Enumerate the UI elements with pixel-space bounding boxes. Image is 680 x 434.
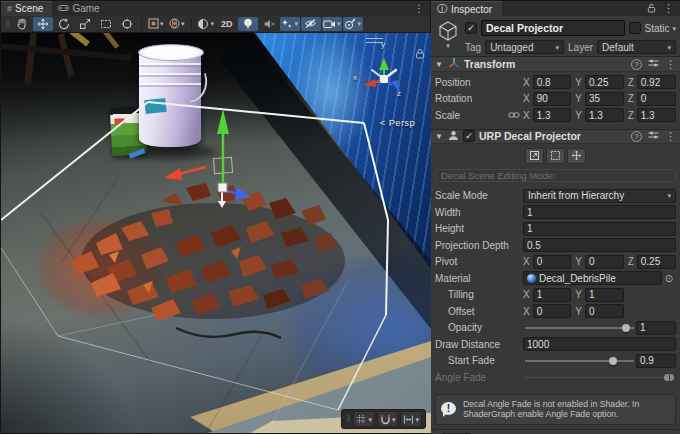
offset-y-field[interactable]: 0: [585, 304, 624, 318]
snap-toolbar: ‖ ▾ ▾ ▾: [341, 409, 426, 429]
orientation-gizmo[interactable]: y x z: [355, 43, 413, 115]
tab-inspector[interactable]: ⓘ Inspector: [431, 1, 502, 16]
link-scale-icon[interactable]: [508, 111, 520, 119]
offset-x-field[interactable]: 0: [533, 304, 572, 318]
gameobject-name-field[interactable]: Decal Projector: [481, 20, 625, 36]
angle-fade-row: Angle Fade: [435, 370, 676, 384]
opacity-value-field[interactable]: 1: [636, 321, 676, 335]
lighting-toggle-button[interactable]: [238, 17, 258, 31]
rotation-x-field[interactable]: 90: [533, 92, 572, 106]
pivot-y-field[interactable]: 0: [585, 255, 624, 269]
foldout-icon[interactable]: ▼: [435, 60, 444, 69]
component-menu-icon[interactable]: ⋮: [665, 58, 676, 71]
global-orientation-button[interactable]: ▾: [167, 17, 187, 31]
scene-visibility-button[interactable]: [301, 17, 321, 31]
pivot-row: Pivot X0 Y0 Z0.25: [435, 255, 676, 269]
move-snap-button[interactable]: ▾: [377, 411, 399, 427]
layer-dropdown[interactable]: Default ▾: [597, 40, 676, 54]
warning-icon: !: [441, 402, 458, 417]
transform-header[interactable]: ▼ Transform ? ⋮: [431, 56, 680, 72]
width-field[interactable]: 1: [523, 205, 676, 219]
projection-mode-label[interactable]: < Persp: [380, 117, 415, 128]
scene-viewport[interactable]: y x z < Persp ‖ ▾ ▾: [1, 33, 431, 433]
angle-fade-slider: [523, 370, 676, 384]
transform-body: Position X0.8 Y0.25 Z0.92 Rotation X90 Y…: [431, 72, 680, 129]
tilling-y-field[interactable]: 1: [585, 288, 624, 302]
height-row: Height 1: [435, 222, 676, 236]
gameobject-cube-icon[interactable]: ▾: [435, 20, 461, 49]
decal-projector-header[interactable]: ▼ ✓ URP Decal Projector ? ⋮: [431, 129, 680, 144]
static-label: Static: [644, 23, 669, 34]
increment-snap-button[interactable]: ▾: [400, 411, 422, 427]
decal-edit-mode-buttons: [431, 144, 680, 167]
scale-z-field[interactable]: 1.3: [637, 108, 676, 122]
presets-icon[interactable]: [648, 130, 659, 142]
inspector-panel: ⓘ Inspector ⋮ ▾ ✓ Decal Projector: [431, 1, 680, 433]
start-fade-slider[interactable]: [523, 354, 636, 368]
start-fade-value-field[interactable]: 0.9: [636, 354, 676, 368]
height-field[interactable]: 1: [523, 222, 676, 236]
transform-tool-button[interactable]: [117, 17, 137, 31]
projection-depth-field[interactable]: 0.5: [523, 238, 676, 252]
position-row: Position X0.8 Y0.25 Z0.92: [435, 75, 676, 89]
static-dropdown-icon[interactable]: ▾: [672, 25, 676, 32]
rect-tool-button[interactable]: [96, 17, 116, 31]
scale-edit-mode-button[interactable]: [525, 148, 544, 164]
opacity-slider[interactable]: [523, 321, 636, 335]
position-y-field[interactable]: 0.25: [585, 75, 624, 89]
camera-settings-button[interactable]: ▾: [322, 17, 342, 31]
foldout-icon[interactable]: ▼: [435, 132, 444, 141]
inspector-tabbar: ⓘ Inspector ⋮: [431, 1, 680, 16]
scale-x-field[interactable]: 1.3: [533, 108, 572, 122]
material-object-field[interactable]: Decal_DebrisPile: [523, 271, 662, 285]
crop-edit-mode-button[interactable]: [546, 148, 565, 164]
rotate-tool-button[interactable]: [54, 17, 74, 31]
dropdown-icon: ▾: [181, 20, 185, 27]
pivot-mode-button[interactable]: ▾: [146, 17, 166, 31]
material-row: Material Decal_DebrisPile ⊙: [435, 271, 676, 285]
dropdown-icon: ▾: [357, 20, 361, 27]
scene-tabbar: # Scene Game ⋮: [1, 1, 430, 16]
scene-panel-menu-icon[interactable]: ⋮: [408, 1, 430, 16]
dropdown-icon: ▾: [337, 20, 341, 27]
hand-tool-button[interactable]: [12, 17, 32, 31]
help-icon[interactable]: ?: [631, 131, 642, 142]
gizmos-toggle-button[interactable]: ▾: [343, 17, 363, 31]
grid-snap-button[interactable]: ▾: [353, 411, 375, 427]
tilling-x-field[interactable]: 1: [533, 288, 572, 302]
unity-editor-window: # Scene Game ⋮ ‖: [0, 0, 680, 434]
offset-row: Offset X0 Y0: [435, 304, 676, 318]
component-menu-icon[interactable]: ⋮: [665, 130, 676, 143]
help-icon[interactable]: ?: [631, 59, 642, 70]
tab-scene[interactable]: # Scene: [1, 1, 52, 16]
rotation-y-field[interactable]: 35: [585, 92, 624, 106]
object-picker-icon[interactable]: ⊙: [662, 273, 676, 284]
active-checkbox[interactable]: ✓: [465, 22, 477, 34]
pivot-x-field[interactable]: 0: [533, 255, 572, 269]
dropdown-icon: ▾: [210, 20, 214, 27]
scale-tool-button[interactable]: [75, 17, 95, 31]
2d-toggle-button[interactable]: 2D: [217, 17, 237, 31]
draw-distance-field[interactable]: 1000: [523, 337, 676, 351]
pivot-edit-mode-button[interactable]: [567, 148, 586, 164]
lock-icon[interactable]: [415, 45, 425, 63]
position-z-field[interactable]: 0.92: [637, 75, 676, 89]
scale-row: Scale X1.3 Y1.3 Z1.3: [435, 108, 676, 122]
static-checkbox[interactable]: [629, 22, 641, 34]
scale-mode-dropdown[interactable]: Inherit from Hierarchy ▾: [523, 189, 676, 203]
inspector-menu-icon[interactable]: ⋮: [663, 2, 674, 15]
pivot-z-field[interactable]: 0.25: [637, 255, 676, 269]
audio-toggle-button[interactable]: [259, 17, 279, 31]
lock-icon[interactable]: [647, 3, 656, 15]
tag-dropdown[interactable]: Untagged ▾: [485, 40, 564, 54]
component-enabled-checkbox[interactable]: ✓: [463, 130, 475, 142]
move-tool-button[interactable]: [33, 17, 53, 31]
rotation-z-field[interactable]: 0: [637, 92, 676, 106]
width-row: Width 1: [435, 205, 676, 219]
position-x-field[interactable]: 0.8: [533, 75, 572, 89]
shading-mode-button[interactable]: ▾: [196, 17, 216, 31]
effects-toggle-button[interactable]: ▾: [280, 17, 300, 31]
presets-icon[interactable]: [648, 58, 659, 70]
tab-game[interactable]: Game: [52, 1, 108, 16]
scale-y-field[interactable]: 1.3: [585, 108, 624, 122]
